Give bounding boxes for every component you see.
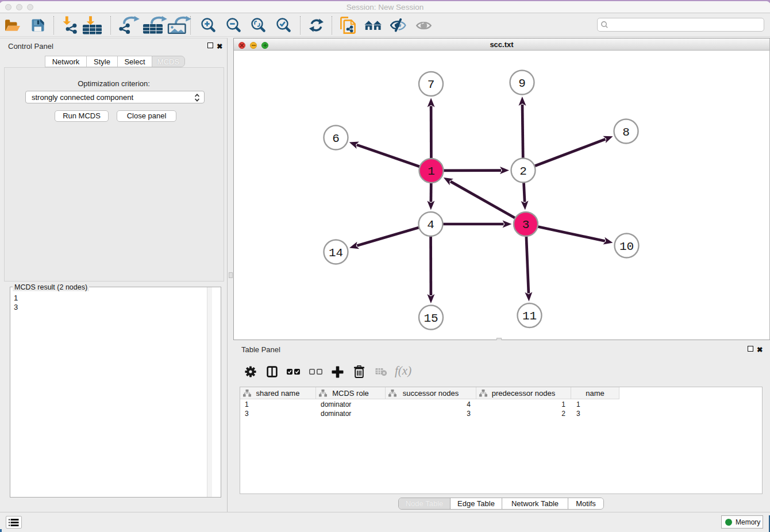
- svg-text:4: 4: [427, 218, 434, 232]
- svg-text:9: 9: [518, 77, 526, 90]
- svg-text:11: 11: [522, 310, 537, 323]
- svg-text:10: 10: [619, 240, 634, 253]
- svg-text:8: 8: [622, 126, 630, 139]
- svg-text:14: 14: [329, 246, 343, 260]
- svg-text:6: 6: [332, 132, 340, 145]
- svg-text:2: 2: [519, 165, 527, 178]
- svg-text:1: 1: [428, 165, 435, 178]
- svg-text:3: 3: [522, 218, 530, 232]
- svg-text:7: 7: [428, 78, 435, 91]
- svg-text:15: 15: [424, 312, 438, 325]
